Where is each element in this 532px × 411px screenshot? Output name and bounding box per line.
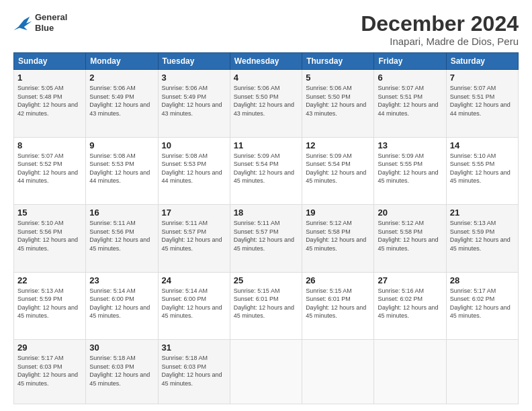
day-number: 26	[306, 275, 370, 285]
day-info: Sunrise: 5:10 AMSunset: 5:55 PMDaylight:…	[450, 152, 511, 185]
calendar-cell: 4 Sunrise: 5:06 AMSunset: 5:50 PMDayligh…	[230, 70, 302, 137]
day-number: 1	[17, 73, 82, 83]
calendar-cell: 8 Sunrise: 5:07 AMSunset: 5:52 PMDayligh…	[14, 137, 86, 204]
calendar-cell	[374, 340, 446, 404]
calendar-cell	[302, 340, 374, 404]
day-number: 21	[450, 208, 515, 218]
day-number: 25	[234, 275, 298, 285]
calendar-cell: 6 Sunrise: 5:07 AMSunset: 5:51 PMDayligh…	[374, 70, 446, 137]
day-number: 4	[234, 73, 298, 83]
subtitle: Inapari, Madre de Dios, Peru	[361, 36, 519, 47]
calendar-cell: 19 Sunrise: 5:12 AMSunset: 5:58 PMDaylig…	[302, 205, 374, 272]
day-info: Sunrise: 5:18 AMSunset: 6:03 PMDaylight:…	[89, 355, 150, 387]
column-header-friday: Friday	[374, 53, 446, 70]
day-info: Sunrise: 5:09 AMSunset: 5:55 PMDaylight:…	[378, 152, 438, 185]
column-header-tuesday: Tuesday	[158, 53, 230, 70]
calendar-cell: 14 Sunrise: 5:10 AMSunset: 5:55 PMDaylig…	[446, 137, 518, 204]
day-number: 16	[89, 208, 154, 218]
day-info: Sunrise: 5:06 AMSunset: 5:50 PMDaylight:…	[306, 85, 366, 117]
column-header-wednesday: Wednesday	[230, 53, 302, 70]
calendar-cell: 24 Sunrise: 5:14 AMSunset: 6:00 PMDaylig…	[158, 272, 230, 339]
day-info: Sunrise: 5:13 AMSunset: 5:59 PMDaylight:…	[17, 287, 78, 320]
day-number: 10	[162, 140, 226, 150]
calendar-cell: 1 Sunrise: 5:05 AMSunset: 5:48 PMDayligh…	[14, 70, 86, 137]
calendar-cell	[230, 340, 302, 404]
day-number: 22	[17, 275, 82, 285]
day-number: 5	[306, 73, 370, 83]
header: General Blue December 2024 Inapari, Madr…	[13, 12, 519, 47]
day-info: Sunrise: 5:14 AMSunset: 6:00 PMDaylight:…	[89, 287, 150, 320]
calendar-cell: 18 Sunrise: 5:11 AMSunset: 5:57 PMDaylig…	[230, 205, 302, 272]
day-info: Sunrise: 5:16 AMSunset: 6:02 PMDaylight:…	[378, 287, 438, 320]
calendar-cell: 15 Sunrise: 5:10 AMSunset: 5:56 PMDaylig…	[14, 205, 86, 272]
day-info: Sunrise: 5:13 AMSunset: 5:59 PMDaylight:…	[450, 220, 511, 252]
day-info: Sunrise: 5:09 AMSunset: 5:54 PMDaylight:…	[306, 152, 366, 185]
calendar-cell: 13 Sunrise: 5:09 AMSunset: 5:55 PMDaylig…	[374, 137, 446, 204]
calendar-cell	[446, 340, 518, 404]
day-info: Sunrise: 5:07 AMSunset: 5:52 PMDaylight:…	[17, 152, 78, 185]
day-info: Sunrise: 5:08 AMSunset: 5:53 PMDaylight:…	[162, 152, 222, 185]
day-number: 13	[378, 140, 442, 150]
logo: General Blue	[13, 12, 67, 33]
calendar-cell: 23 Sunrise: 5:14 AMSunset: 6:00 PMDaylig…	[86, 272, 158, 339]
calendar-cell: 2 Sunrise: 5:06 AMSunset: 5:49 PMDayligh…	[86, 70, 158, 137]
column-header-thursday: Thursday	[302, 53, 374, 70]
calendar-cell: 29 Sunrise: 5:17 AMSunset: 6:03 PMDaylig…	[14, 340, 86, 404]
calendar-cell: 25 Sunrise: 5:15 AMSunset: 6:01 PMDaylig…	[230, 272, 302, 339]
day-info: Sunrise: 5:17 AMSunset: 6:03 PMDaylight:…	[17, 355, 78, 387]
calendar-cell: 7 Sunrise: 5:07 AMSunset: 5:51 PMDayligh…	[446, 70, 518, 137]
column-header-saturday: Saturday	[446, 53, 518, 70]
day-info: Sunrise: 5:07 AMSunset: 5:51 PMDaylight:…	[450, 85, 511, 117]
day-number: 15	[17, 208, 82, 218]
day-number: 18	[234, 208, 298, 218]
column-header-monday: Monday	[86, 53, 158, 70]
day-info: Sunrise: 5:06 AMSunset: 5:50 PMDaylight:…	[234, 85, 294, 117]
day-info: Sunrise: 5:09 AMSunset: 5:54 PMDaylight:…	[234, 152, 294, 185]
calendar-cell: 17 Sunrise: 5:11 AMSunset: 5:57 PMDaylig…	[158, 205, 230, 272]
day-number: 2	[89, 73, 154, 83]
day-info: Sunrise: 5:05 AMSunset: 5:48 PMDaylight:…	[17, 85, 78, 117]
day-info: Sunrise: 5:10 AMSunset: 5:56 PMDaylight:…	[17, 220, 78, 252]
day-number: 28	[450, 275, 515, 285]
calendar-cell: 26 Sunrise: 5:15 AMSunset: 6:01 PMDaylig…	[302, 272, 374, 339]
calendar-cell: 5 Sunrise: 5:06 AMSunset: 5:50 PMDayligh…	[302, 70, 374, 137]
calendar-cell: 27 Sunrise: 5:16 AMSunset: 6:02 PMDaylig…	[374, 272, 446, 339]
calendar-cell: 12 Sunrise: 5:09 AMSunset: 5:54 PMDaylig…	[302, 137, 374, 204]
calendar-cell: 10 Sunrise: 5:08 AMSunset: 5:53 PMDaylig…	[158, 137, 230, 204]
day-number: 12	[306, 140, 370, 150]
column-header-sunday: Sunday	[14, 53, 86, 70]
day-number: 24	[162, 275, 226, 285]
calendar-cell: 20 Sunrise: 5:12 AMSunset: 5:58 PMDaylig…	[374, 205, 446, 272]
day-info: Sunrise: 5:18 AMSunset: 6:03 PMDaylight:…	[162, 355, 222, 387]
day-number: 11	[234, 140, 298, 150]
day-info: Sunrise: 5:12 AMSunset: 5:58 PMDaylight:…	[378, 220, 438, 252]
day-info: Sunrise: 5:17 AMSunset: 6:02 PMDaylight:…	[450, 287, 511, 320]
day-info: Sunrise: 5:11 AMSunset: 5:57 PMDaylight:…	[234, 220, 294, 252]
day-info: Sunrise: 5:06 AMSunset: 5:49 PMDaylight:…	[162, 85, 222, 117]
calendar-cell: 11 Sunrise: 5:09 AMSunset: 5:54 PMDaylig…	[230, 137, 302, 204]
day-info: Sunrise: 5:15 AMSunset: 6:01 PMDaylight:…	[234, 287, 294, 320]
day-number: 7	[450, 73, 515, 83]
calendar-cell: 3 Sunrise: 5:06 AMSunset: 5:49 PMDayligh…	[158, 70, 230, 137]
title-block: December 2024 Inapari, Madre de Dios, Pe…	[361, 12, 519, 47]
day-number: 29	[17, 342, 82, 353]
day-number: 6	[378, 73, 442, 83]
day-number: 19	[306, 208, 370, 218]
day-info: Sunrise: 5:11 AMSunset: 5:56 PMDaylight:…	[89, 220, 150, 252]
day-info: Sunrise: 5:08 AMSunset: 5:53 PMDaylight:…	[89, 152, 150, 185]
calendar-cell: 21 Sunrise: 5:13 AMSunset: 5:59 PMDaylig…	[446, 205, 518, 272]
day-info: Sunrise: 5:06 AMSunset: 5:49 PMDaylight:…	[89, 85, 150, 117]
calendar-cell: 9 Sunrise: 5:08 AMSunset: 5:53 PMDayligh…	[86, 137, 158, 204]
day-info: Sunrise: 5:07 AMSunset: 5:51 PMDaylight:…	[378, 85, 438, 117]
day-number: 3	[162, 73, 226, 83]
day-number: 9	[89, 140, 154, 150]
day-info: Sunrise: 5:11 AMSunset: 5:57 PMDaylight:…	[162, 220, 222, 252]
calendar-cell: 22 Sunrise: 5:13 AMSunset: 5:59 PMDaylig…	[14, 272, 86, 339]
day-number: 8	[17, 140, 82, 150]
day-number: 31	[162, 342, 226, 353]
day-number: 20	[378, 208, 442, 218]
page: General Blue December 2024 Inapari, Madr…	[0, 0, 532, 411]
calendar-table: SundayMondayTuesdayWednesdayThursdayFrid…	[13, 52, 519, 404]
main-title: December 2024	[361, 12, 519, 36]
calendar-cell: 16 Sunrise: 5:11 AMSunset: 5:56 PMDaylig…	[86, 205, 158, 272]
